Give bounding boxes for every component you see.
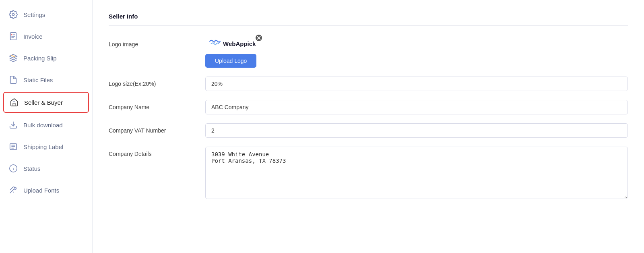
- sidebar: Settings Invoice Packing Slip: [0, 0, 93, 253]
- upload-logo-button[interactable]: Upload Logo: [205, 54, 256, 68]
- company-name-label: Company Name: [109, 100, 197, 110]
- sidebar-item-seller-buyer-label: Seller & Buyer: [24, 99, 63, 106]
- company-vat-control: [205, 123, 628, 138]
- label-icon: [8, 141, 19, 152]
- logo-close-button[interactable]: [255, 34, 263, 42]
- sidebar-item-static-files[interactable]: Static Files: [0, 69, 92, 90]
- sidebar-item-shipping-label[interactable]: Shipping Label: [0, 136, 92, 157]
- sidebar-item-upload-fonts[interactable]: Upload Fonts: [0, 180, 92, 201]
- logo-image-row: Logo image WebAppick Upload Logo: [109, 37, 628, 68]
- logo-preview: WebAppick: [205, 37, 259, 50]
- sidebar-item-upload-fonts-label: Upload Fonts: [23, 187, 59, 194]
- logo-image-control: WebAppick Upload Logo: [205, 37, 628, 68]
- sidebar-item-status[interactable]: Status: [0, 158, 92, 179]
- logo-size-control: [205, 77, 628, 91]
- logo-size-label: Logo size(Ex:20%): [109, 77, 197, 87]
- info-icon: [8, 163, 19, 174]
- sidebar-item-seller-buyer[interactable]: Seller & Buyer: [3, 92, 89, 113]
- company-name-row: Company Name: [109, 100, 628, 114]
- company-vat-label: Company VAT Number: [109, 123, 197, 134]
- company-name-control: [205, 100, 628, 114]
- company-vat-row: Company VAT Number: [109, 123, 628, 138]
- sidebar-item-settings-label: Settings: [23, 11, 45, 18]
- company-details-control: 3039 White Avenue Port Aransas, TX 78373: [205, 147, 628, 201]
- logo-area: WebAppick Upload Logo: [205, 37, 259, 68]
- logo-size-input[interactable]: [205, 77, 628, 91]
- invoice-icon: [8, 31, 19, 41]
- file-icon: [8, 75, 19, 85]
- svg-point-16: [14, 187, 17, 190]
- font-icon: [8, 185, 19, 195]
- main-content: Seller Info Logo image WebAppick: [93, 0, 644, 253]
- sidebar-item-invoice[interactable]: Invoice: [0, 26, 92, 47]
- sidebar-item-packing-slip[interactable]: Packing Slip: [0, 48, 92, 68]
- company-name-input[interactable]: [205, 100, 628, 114]
- company-details-label: Company Details: [109, 147, 197, 157]
- sidebar-item-invoice-label: Invoice: [23, 33, 43, 40]
- company-details-row: Company Details 3039 White Avenue Port A…: [109, 147, 628, 201]
- company-vat-input[interactable]: [205, 123, 628, 138]
- svg-point-0: [12, 13, 14, 16]
- webappick-logo-icon: [208, 39, 221, 48]
- store-icon: [9, 97, 19, 108]
- sidebar-item-bulk-download-label: Bulk download: [23, 122, 63, 129]
- svg-point-2: [11, 34, 12, 35]
- svg-line-6: [11, 55, 15, 57]
- sidebar-item-status-label: Status: [23, 165, 41, 172]
- sidebar-item-bulk-download[interactable]: Bulk download: [0, 114, 92, 135]
- section-title: Seller Info: [109, 13, 628, 26]
- sidebar-item-packing-slip-label: Packing Slip: [23, 55, 57, 62]
- svg-rect-7: [13, 103, 15, 106]
- logo-image-label: Logo image: [109, 37, 197, 48]
- gear-icon: [8, 9, 19, 20]
- box-icon: [8, 53, 19, 63]
- sidebar-item-static-files-label: Static Files: [23, 77, 53, 83]
- brand-name: WebAppick: [223, 40, 256, 47]
- sidebar-item-settings[interactable]: Settings: [0, 4, 92, 25]
- logo-image-wrapper: WebAppick: [205, 37, 259, 50]
- download-icon: [8, 120, 19, 130]
- logo-size-row: Logo size(Ex:20%): [109, 77, 628, 91]
- company-details-textarea[interactable]: 3039 White Avenue Port Aransas, TX 78373: [205, 147, 628, 199]
- sidebar-item-shipping-label-label: Shipping Label: [23, 143, 63, 150]
